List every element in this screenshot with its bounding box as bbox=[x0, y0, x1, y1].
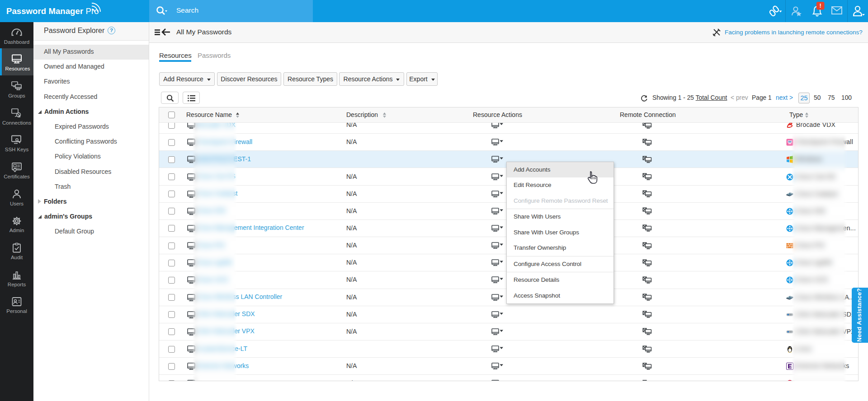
svg-text:!: ! bbox=[820, 2, 821, 9]
